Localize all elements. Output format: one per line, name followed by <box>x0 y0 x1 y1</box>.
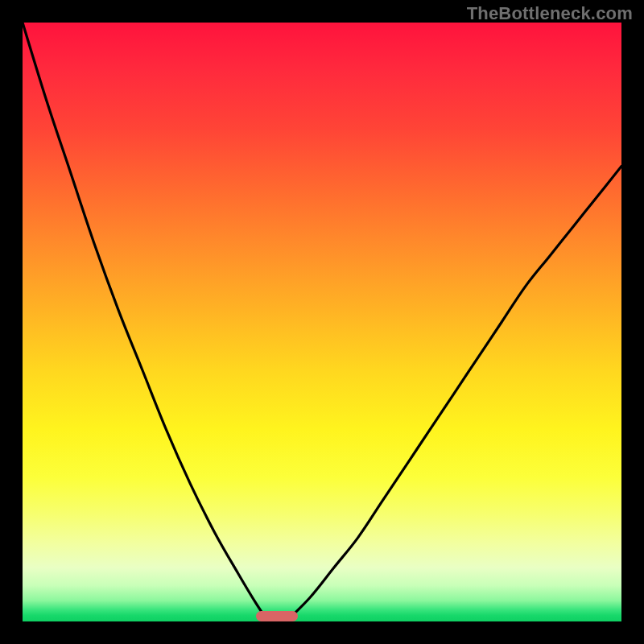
curve-layer <box>23 23 621 621</box>
plot-area <box>23 23 621 621</box>
bottleneck-pill <box>256 611 298 621</box>
right-curve <box>286 167 621 621</box>
chart-frame: TheBottleneck.com <box>0 0 644 644</box>
left-curve <box>23 23 268 621</box>
watermark-label: TheBottleneck.com <box>467 3 633 24</box>
